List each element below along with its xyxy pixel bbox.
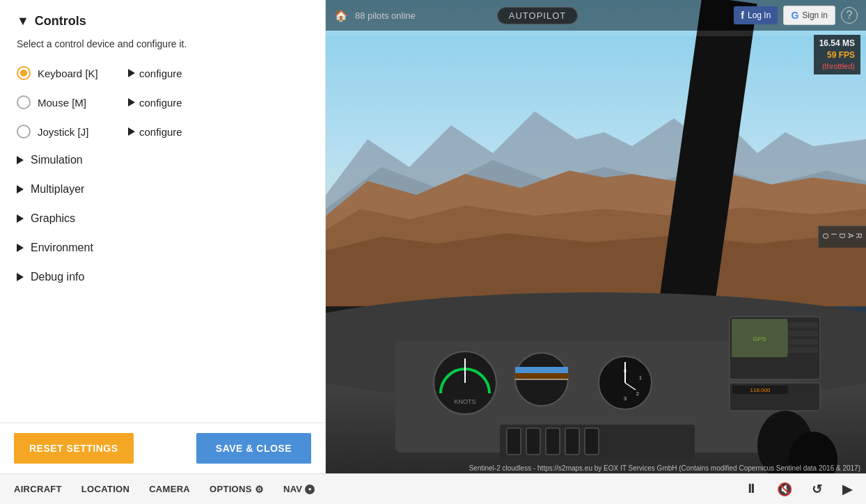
pause-button[interactable]: ⏸ — [745, 482, 757, 496]
svg-rect-24 — [789, 339, 818, 345]
perf-fps: 59 FPS — [819, 49, 855, 61]
sim-panel: 🏠 88 pilots online AUTOPILOT f Log In G … — [326, 0, 866, 473]
perf-overlay: 16.54 MS 59 FPS (throttled) — [814, 35, 860, 74]
bottom-nav: AIRCRAFT LOCATION CAMERA OPTIONS ⚙ NAV ●… — [0, 473, 866, 504]
svg-rect-44 — [326, 31, 866, 36]
configure-mouse-btn[interactable]: configure — [128, 97, 182, 109]
nav-camera[interactable]: CAMERA — [149, 484, 190, 494]
sim-top-bar: 🏠 88 pilots online AUTOPILOT f Log In G … — [326, 0, 866, 31]
multiplayer-expand-icon — [17, 185, 24, 194]
svg-text:KNOTS: KNOTS — [454, 398, 475, 405]
svg-text:GPS: GPS — [753, 336, 766, 342]
google-signin-button[interactable]: G Sign in — [783, 6, 835, 25]
nav-options-label: OPTIONS — [210, 484, 252, 494]
svg-rect-37 — [507, 428, 521, 455]
google-signin-label: Sign in — [802, 10, 828, 20]
section-simulation[interactable]: Simulation — [17, 154, 308, 166]
controls-collapse-icon[interactable]: ▼ — [17, 14, 29, 29]
facebook-login-button[interactable]: f Log In — [734, 6, 778, 24]
device-label-mouse: Mouse [M] — [38, 97, 128, 109]
nav-options[interactable]: OPTIONS ⚙ — [210, 484, 264, 495]
device-row-mouse: Mouse [M] configure — [17, 95, 308, 109]
device-row-joystick: Joystick [J] configure — [17, 125, 308, 139]
configure-keyboard-label: configure — [139, 68, 182, 79]
nav-location-label: LOCATION — [81, 484, 129, 494]
nav-camera-label: CAMERA — [149, 484, 190, 494]
help-button[interactable]: ? — [841, 7, 858, 24]
svg-rect-41 — [585, 428, 599, 455]
device-label-joystick: Joystick [J] — [38, 126, 128, 138]
facebook-icon: f — [741, 10, 744, 21]
perf-ms: 16.54 MS — [819, 38, 855, 49]
autopilot-button[interactable]: AUTOPILOT — [497, 7, 578, 24]
controls-section: ▼ Controls Select a control device and c… — [0, 0, 325, 423]
svg-text:1: 1 — [639, 375, 643, 381]
graphics-label: Graphics — [31, 212, 75, 225]
configure-mouse-icon — [128, 98, 135, 107]
svg-text:3: 3 — [624, 395, 627, 402]
multiplayer-label: Multiplayer — [31, 183, 84, 196]
radio-mouse[interactable] — [17, 95, 31, 109]
environment-label: Environment — [31, 242, 93, 254]
configure-joystick-icon — [128, 127, 135, 136]
reset-view-button[interactable]: ↺ — [812, 482, 822, 497]
device-row-keyboard: Keyboard [K] configure — [17, 66, 308, 80]
radio-tab[interactable]: RADIO — [818, 226, 866, 248]
graphics-expand-icon — [17, 214, 24, 223]
controls-subtitle: Select a control device and configure it… — [17, 38, 308, 49]
save-close-button[interactable]: SAVE & CLOSE — [196, 433, 311, 464]
pilots-online: 88 pilots online — [355, 10, 416, 21]
device-label-keyboard: Keyboard [K] — [38, 68, 128, 79]
nav-nav[interactable]: NAV ● — [283, 484, 315, 494]
configure-mouse-label: configure — [139, 97, 182, 109]
svg-rect-39 — [546, 428, 560, 455]
nav-nav-label: NAV — [283, 484, 302, 494]
debug-label: Debug info — [31, 271, 84, 283]
bottom-buttons: RESET SETTINGS SAVE & CLOSE — [0, 423, 325, 473]
nav-aircraft-label: AIRCRAFT — [14, 484, 62, 494]
controls-title: ▼ Controls — [17, 14, 308, 29]
simulation-label: Simulation — [31, 154, 83, 166]
svg-text:2: 2 — [636, 391, 640, 397]
svg-rect-40 — [565, 428, 579, 455]
svg-rect-25 — [789, 347, 818, 353]
configure-joystick-label: configure — [139, 126, 182, 138]
top-bar-right: f Log In G Sign in ? — [734, 6, 858, 25]
nav-circle-icon: ● — [305, 485, 315, 494]
section-graphics[interactable]: Graphics — [17, 212, 308, 225]
svg-rect-16 — [515, 367, 568, 373]
options-gear-icon: ⚙ — [255, 484, 264, 495]
cockpit-scene: KNOTS GPS 118.000 8 1 2 3 — [326, 0, 866, 473]
play-button[interactable]: ▶ — [842, 482, 852, 497]
reset-settings-button[interactable]: RESET SETTINGS — [14, 433, 134, 464]
configure-joystick-btn[interactable]: configure — [128, 126, 182, 138]
svg-text:118.000: 118.000 — [750, 387, 771, 393]
main-area: ▼ Controls Select a control device and c… — [0, 0, 866, 473]
svg-rect-38 — [526, 428, 540, 455]
configure-keyboard-icon — [128, 69, 135, 77]
simulation-expand-icon — [17, 156, 24, 164]
svg-rect-22 — [789, 322, 818, 328]
nav-location[interactable]: LOCATION — [81, 484, 129, 494]
configure-keyboard-btn[interactable]: configure — [128, 68, 182, 79]
svg-rect-23 — [789, 331, 818, 336]
home-icon[interactable]: 🏠 — [334, 9, 348, 22]
section-debug[interactable]: Debug info — [17, 271, 308, 283]
google-icon: G — [791, 10, 798, 21]
debug-expand-icon — [17, 273, 24, 281]
section-multiplayer[interactable]: Multiplayer — [17, 183, 308, 196]
attribution-text: Sentinel-2 cloudless - https://s2maps.eu… — [469, 464, 860, 472]
left-panel: ▼ Controls Select a control device and c… — [0, 0, 326, 473]
environment-expand-icon — [17, 244, 24, 252]
radio-joystick[interactable] — [17, 125, 31, 139]
controls-title-text: Controls — [35, 14, 86, 29]
nav-aircraft[interactable]: AIRCRAFT — [14, 484, 62, 494]
facebook-login-label: Log In — [748, 10, 771, 20]
section-environment[interactable]: Environment — [17, 242, 308, 254]
mute-button[interactable]: 🔇 — [777, 482, 792, 497]
radio-keyboard[interactable] — [17, 66, 31, 80]
perf-throttled: (throttled) — [819, 61, 855, 72]
